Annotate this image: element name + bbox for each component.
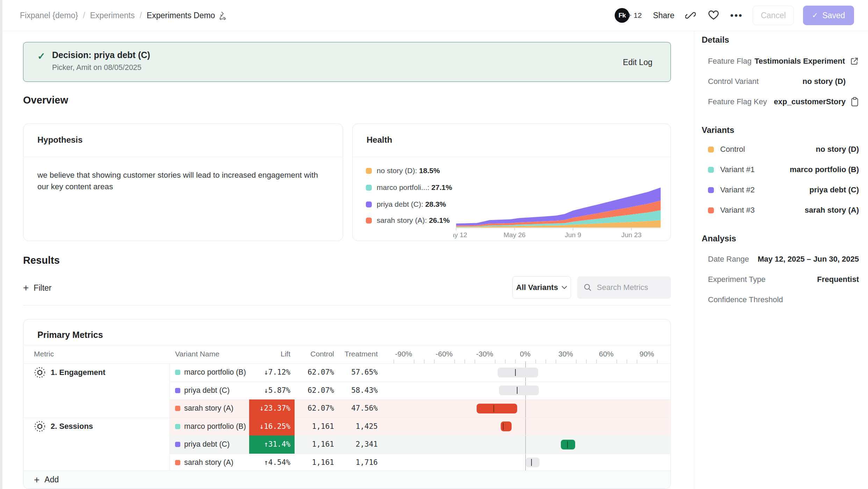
details-heading: Details — [702, 35, 729, 45]
add-filter-button[interactable]: + Filter — [23, 276, 51, 299]
variant-value: priya debt (C) — [809, 185, 859, 194]
decision-banner: ✓ Decision: priya debt (C) Picker, Amit … — [23, 42, 671, 82]
x-axis-tick-label: May 12 — [453, 231, 467, 239]
results-heading: Results — [23, 255, 60, 266]
treatment-value: 57.65% — [322, 363, 378, 382]
search-metrics-input[interactable] — [596, 283, 664, 292]
variant-value: no story (D) — [816, 145, 859, 154]
row-tint — [169, 435, 670, 454]
variant-value: sarah story (A) — [805, 206, 859, 215]
breadcrumb-label: Experiments — [90, 11, 135, 20]
primary-metrics-title: Primary Metrics — [37, 330, 103, 340]
breadcrumb: Fixpanel {demo}/Experiments/Experiments … — [20, 0, 227, 31]
treatment-value: 47.56% — [322, 399, 378, 418]
breadcrumb-separator: / — [139, 11, 142, 20]
collaborator-count[interactable]: + 12 — [627, 11, 642, 20]
axis-label-90pct: 90% — [631, 350, 663, 358]
variant-color-chip — [708, 167, 714, 173]
row-divider — [169, 435, 670, 436]
analysis-value: May 12, 2025 – Jun 30, 2025 — [758, 255, 859, 264]
x-axis-tick-label: Jun 9 — [565, 231, 581, 239]
confidence-interval-bar — [561, 440, 575, 449]
decision-check-icon: ✓ — [37, 51, 45, 62]
analysis-row-experiment-type: Experiment TypeFrequentist — [708, 269, 859, 290]
breadcrumb-item-experiments-demo[interactable]: Experiments Demo — [147, 11, 227, 20]
variant-label: Variant #1 — [720, 165, 755, 174]
ci-median-line — [493, 405, 494, 412]
metric-name-2-Sessions[interactable]: 2. Sessions — [34, 418, 93, 436]
health-legend-item: no story (D): 18.5% — [366, 166, 440, 175]
details-row-feature-flag-key: Feature Flag Keyexp_customerStory — [708, 92, 859, 112]
divider — [23, 305, 671, 305]
decision-title: Decision: priya debt (C) — [52, 50, 150, 60]
all-variants-dropdown[interactable]: All Variants — [512, 276, 571, 299]
health-legend-item: marco portfoli...: 27.1% — [366, 183, 452, 192]
right-sidebar: DetailsFeature FlagTestimonials Experime… — [701, 0, 859, 489]
metric-name-1-Engagement[interactable]: 1. Engagement — [34, 363, 105, 382]
plus-icon: + — [23, 283, 29, 293]
copy-link-icon[interactable] — [683, 8, 697, 22]
x-axis-tick-label: Jun 23 — [621, 231, 642, 239]
hypothesis-title: Hypothesis — [37, 135, 82, 145]
health-legend-item: sarah story (A): 26.1% — [366, 216, 450, 225]
variant-name: sarah story (A) — [184, 399, 233, 418]
metric-label-text: 2. Sessions — [51, 422, 93, 431]
analysis-row-confidence-threshold: Confidence Threshold — [708, 290, 859, 310]
details-value[interactable]: exp_customerStory — [774, 97, 846, 106]
axis-label--60pct: -60% — [428, 350, 460, 358]
legend-color-chip — [366, 168, 372, 174]
share-button[interactable]: Share — [653, 11, 674, 20]
axis-label-30pct: 30% — [550, 350, 581, 358]
legend-color-chip — [366, 218, 372, 224]
primary-metrics-card: Primary Metrics MetricVariant NameLiftCo… — [23, 319, 671, 489]
chevron-down-icon — [562, 286, 567, 289]
overview-heading: Overview — [23, 94, 68, 106]
legend-label: sarah story (A): 26.1% — [377, 216, 450, 225]
hypothesis-body: we believe that showing customer stories… — [37, 169, 324, 192]
details-value[interactable]: no story (D) — [803, 77, 859, 86]
breadcrumb-item-fixpanel-demo-[interactable]: Fixpanel {demo} — [20, 11, 78, 20]
details-row-control-variant: Control Variantno story (D) — [708, 71, 859, 92]
row-divider — [169, 399, 670, 400]
variant-name: marco portfolio (B) — [184, 418, 246, 436]
breadcrumb-item-experiments[interactable]: Experiments — [90, 11, 135, 20]
row-tint — [169, 399, 670, 418]
variant-label: Variant #2 — [720, 185, 755, 194]
details-value[interactable]: Testimonials Experiment — [754, 57, 845, 66]
confidence-interval-bar — [526, 458, 540, 467]
metric-target-icon — [34, 420, 46, 432]
zero-percent-gridline — [525, 361, 526, 472]
variant-color-chip — [175, 424, 180, 429]
variant-color-chip — [708, 207, 714, 213]
details-label: Control Variant — [708, 77, 759, 86]
treatment-value: 2,341 — [322, 435, 378, 454]
analysis-label: Confidence Threshold — [708, 295, 783, 304]
microscope-icon — [218, 11, 227, 20]
breadcrumb-separator: / — [83, 11, 85, 20]
variant-color-chip — [175, 460, 180, 465]
variant-color-chip — [175, 442, 180, 447]
variant-color-chip — [175, 370, 180, 375]
variant-label: Variant #3 — [720, 206, 755, 215]
external-link-icon[interactable] — [850, 57, 859, 66]
ci-median-line — [567, 441, 568, 448]
health-stacked-area-chart: May 12May 26Jun 9Jun 23 — [453, 183, 666, 239]
variant-row-variant-2: Variant #2priya debt (C) — [708, 180, 859, 200]
confidence-interval-bar — [477, 404, 517, 413]
all-variants-label: All Variants — [516, 283, 558, 292]
variant-color-chip — [175, 388, 180, 393]
variant-label: Control — [720, 145, 745, 154]
hypothesis-card: Hypothesis we believe that showing custo… — [23, 123, 343, 241]
axis-label--30pct: -30% — [469, 350, 500, 358]
x-axis-tick-label: May 26 — [504, 231, 526, 239]
analysis-row-date-range: Date RangeMay 12, 2025 – Jun 30, 2025 — [708, 249, 859, 269]
edit-log-button[interactable]: Edit Log — [623, 42, 652, 82]
add-metric-button[interactable]: + Add — [23, 470, 671, 489]
plus-icon: + — [34, 475, 39, 485]
divider — [353, 157, 671, 157]
analysis-label: Experiment Type — [708, 275, 766, 284]
treatment-value: 1,716 — [322, 454, 378, 472]
variant-color-chip — [708, 147, 714, 153]
clipboard-icon[interactable] — [851, 97, 859, 107]
search-metrics-box[interactable] — [577, 276, 671, 299]
